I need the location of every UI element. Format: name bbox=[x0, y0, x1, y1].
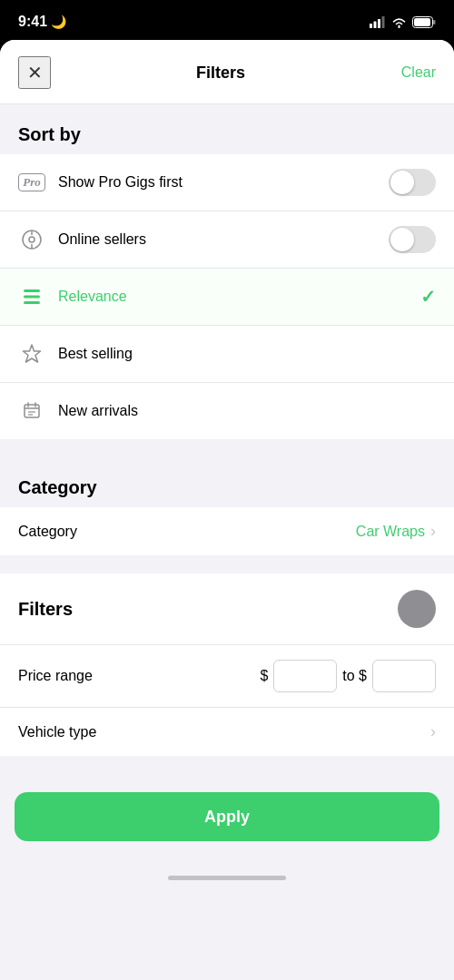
price-from-input[interactable] bbox=[273, 660, 337, 692]
price-from-symbol: $ bbox=[260, 668, 268, 684]
star-icon bbox=[18, 340, 45, 368]
status-bar: 9:41 🌙 bbox=[0, 0, 454, 40]
close-button[interactable]: ✕ bbox=[18, 56, 51, 89]
pro-gigs-label: Show Pro Gigs first bbox=[58, 174, 389, 191]
new-arrivals-icon bbox=[18, 397, 45, 425]
filters-header: Filters bbox=[0, 573, 454, 644]
vehicle-type-row[interactable]: Vehicle type › bbox=[0, 707, 454, 756]
new-arrivals-label: New arrivals bbox=[58, 403, 436, 419]
svg-rect-11 bbox=[24, 289, 40, 292]
category-label: Category bbox=[18, 524, 356, 540]
home-indicator bbox=[0, 868, 454, 891]
signal-icon bbox=[370, 16, 386, 28]
list-item-relevance[interactable]: Relevance ✓ bbox=[0, 269, 454, 326]
price-to-text: to $ bbox=[342, 668, 367, 684]
vehicle-type-chevron-icon: › bbox=[430, 722, 436, 741]
svg-rect-2 bbox=[378, 19, 380, 28]
relevance-check-icon: ✓ bbox=[420, 286, 436, 308]
status-time: 9:41 bbox=[18, 14, 47, 30]
battery-icon bbox=[412, 16, 436, 28]
apply-button[interactable]: Apply bbox=[15, 792, 439, 841]
online-sellers-toggle[interactable] bbox=[389, 226, 436, 253]
online-sellers-toggle-knob bbox=[390, 228, 414, 251]
header-title: Filters bbox=[51, 64, 390, 83]
svg-rect-6 bbox=[414, 18, 430, 26]
status-icons bbox=[370, 16, 436, 28]
svg-rect-14 bbox=[25, 405, 39, 417]
list-item-best-selling[interactable]: Best selling bbox=[0, 326, 454, 383]
price-range-label: Price range bbox=[18, 668, 260, 684]
category-value: Car Wraps bbox=[356, 524, 425, 540]
sort-by-group: Pro Show Pro Gigs first Online sellers bbox=[0, 154, 454, 439]
pro-gigs-icon: Pro bbox=[18, 169, 45, 196]
category-title: Category bbox=[0, 457, 454, 507]
list-item-pro-gigs[interactable]: Pro Show Pro Gigs first bbox=[0, 154, 454, 211]
price-to-input[interactable] bbox=[372, 660, 436, 692]
online-sellers-label: Online sellers bbox=[58, 231, 389, 248]
svg-rect-1 bbox=[374, 21, 377, 28]
filters-section-title: Filters bbox=[18, 599, 398, 620]
category-chevron-icon: › bbox=[430, 522, 436, 541]
pro-gigs-toggle-knob bbox=[390, 171, 414, 194]
clear-button[interactable]: Clear bbox=[390, 64, 436, 81]
filter-header: ✕ Filters Clear bbox=[0, 40, 454, 104]
relevance-label: Relevance bbox=[58, 289, 420, 305]
svg-rect-3 bbox=[382, 16, 385, 28]
drag-handle[interactable] bbox=[398, 590, 436, 628]
price-inputs: $ to $ bbox=[260, 660, 436, 692]
apply-area: Apply bbox=[0, 774, 454, 868]
list-item-online-sellers[interactable]: Online sellers bbox=[0, 211, 454, 269]
price-range-row: Price range $ to $ bbox=[0, 644, 454, 707]
online-sellers-icon bbox=[18, 226, 45, 253]
list-item-new-arrivals[interactable]: New arrivals bbox=[0, 383, 454, 439]
wifi-icon bbox=[391, 16, 407, 28]
filters-section: Filters Price range $ to $ Vehicle type … bbox=[0, 573, 454, 756]
sort-by-title: Sort by bbox=[0, 104, 454, 154]
moon-icon: 🌙 bbox=[51, 15, 66, 29]
main-panel: ✕ Filters Clear Sort by Pro Show Pro Gig… bbox=[0, 40, 454, 980]
svg-point-8 bbox=[29, 237, 35, 242]
svg-rect-0 bbox=[370, 24, 372, 28]
relevance-icon bbox=[18, 283, 45, 310]
svg-rect-12 bbox=[24, 296, 40, 299]
best-selling-label: Best selling bbox=[58, 346, 436, 362]
svg-rect-5 bbox=[433, 20, 436, 24]
svg-rect-13 bbox=[24, 301, 40, 304]
pro-gigs-toggle[interactable] bbox=[389, 169, 436, 196]
category-section: Category Category Car Wraps › bbox=[0, 457, 454, 555]
category-row[interactable]: Category Car Wraps › bbox=[0, 507, 454, 555]
vehicle-type-label: Vehicle type bbox=[18, 724, 430, 740]
home-bar bbox=[168, 876, 286, 880]
